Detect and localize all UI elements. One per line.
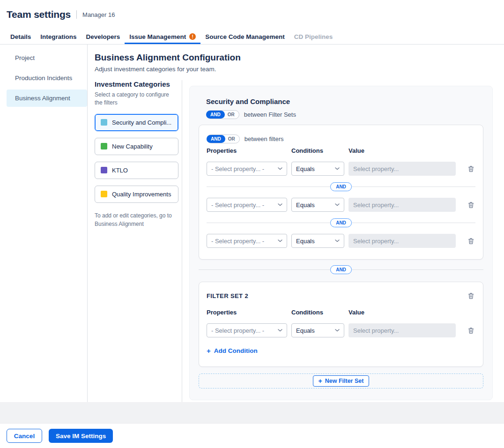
condition-select[interactable]: Equals [291, 323, 344, 337]
column-header-value: Value [348, 147, 456, 154]
filter-set-2-title: FILTER SET 2 [207, 292, 248, 299]
between-filters-label: between filters [245, 135, 284, 142]
cancel-button[interactable]: Cancel [7, 429, 42, 443]
filter-row: - Select property... - Equals [207, 198, 475, 212]
filter-config-column: Security and Compliance AND OR between F… [182, 80, 504, 402]
trash-icon [467, 165, 474, 172]
trash-icon [467, 327, 474, 334]
condition-select[interactable]: Equals [291, 198, 344, 212]
tab-label: Details [10, 33, 31, 40]
page-subtitle: Adjust investment categories for your te… [95, 66, 504, 73]
between-filter-sets-label: between Filter Sets [244, 111, 296, 118]
plus-icon: + [207, 347, 211, 355]
category-label: Security and Compli... [112, 119, 171, 126]
team-settings-page: Team settings Manager 16 Details Integra… [0, 0, 504, 448]
connector-line [207, 187, 330, 187]
trash-icon [467, 292, 474, 299]
property-select-value: - Select property... - [211, 327, 264, 334]
condition-select[interactable]: Equals [291, 234, 344, 248]
tab-label: Developers [86, 33, 120, 40]
trash-icon [467, 238, 474, 245]
category-quality-improvements[interactable]: Quality Improvements [95, 186, 178, 203]
column-headers: Properties Conditions Value [207, 147, 475, 154]
category-label: Quality Improvements [112, 191, 171, 198]
delete-condition-button[interactable] [467, 164, 475, 173]
sidebar-item-business-alignment[interactable]: Business Alignment [7, 90, 87, 107]
chevron-down-icon [335, 167, 340, 170]
condition-select-value: Equals [296, 165, 315, 172]
property-select[interactable]: - Select property... - [207, 234, 287, 248]
or-toggle-option[interactable]: OR [225, 135, 239, 143]
tab-developers[interactable]: Developers [82, 29, 125, 44]
new-filter-set-area: + New Filter Set [199, 373, 483, 388]
tab-details[interactable]: Details [6, 29, 36, 44]
property-select-value: - Select property... - [211, 165, 264, 172]
or-toggle-option[interactable]: OR [224, 111, 239, 119]
value-input[interactable] [348, 234, 456, 248]
team-name: Manager 16 [82, 11, 115, 18]
tab-label: Integrations [40, 33, 76, 40]
category-new-capability[interactable]: New Capability [95, 138, 178, 155]
delete-condition-button[interactable] [467, 201, 475, 209]
category-label: New Capability [112, 143, 153, 150]
tab-source-code-management[interactable]: Source Code Management [200, 29, 289, 44]
new-filter-set-button[interactable]: + New Filter Set [313, 375, 370, 387]
column-header-conditions: Conditions [291, 309, 344, 316]
main-body: Investment Categories Select a category … [95, 80, 504, 402]
column-header-properties: Properties [207, 147, 287, 154]
chevron-down-icon [278, 329, 282, 332]
categories-hint: Select a category to configure the filte… [95, 91, 170, 107]
categories-title: Investment Categories [95, 80, 178, 88]
tab-label: Source Code Management [205, 33, 285, 40]
connector-line [352, 187, 475, 187]
category-color-swatch [101, 119, 107, 126]
and-or-toggle: AND OR [206, 110, 239, 119]
new-filter-set-label: New Filter Set [325, 378, 364, 384]
value-input[interactable] [348, 323, 456, 337]
tab-integrations[interactable]: Integrations [36, 29, 81, 44]
column-header-value: Value [348, 309, 456, 316]
and-connector-pill: AND [330, 182, 352, 191]
add-condition-button[interactable]: + Add Condition [207, 347, 258, 355]
category-label: KTLO [112, 167, 128, 174]
chevron-down-icon [278, 239, 282, 242]
property-select[interactable]: - Select property... - [207, 162, 287, 176]
connector-line [199, 269, 330, 270]
sidebar-item-project[interactable]: Project [7, 49, 87, 67]
value-input[interactable] [348, 162, 456, 176]
and-toggle-option[interactable]: AND [206, 111, 225, 119]
condition-select-value: Equals [296, 238, 315, 245]
bottom-spacer [0, 402, 504, 423]
chevron-down-icon [278, 167, 282, 170]
chevron-down-icon [278, 203, 282, 206]
category-ktlo[interactable]: KTLO [95, 162, 178, 179]
page-title: Business Alignment Configuration [95, 52, 504, 63]
sidebar-item-production-incidents[interactable]: Production Incidents [7, 69, 87, 87]
condition-select[interactable]: Equals [291, 162, 344, 176]
app-title: Team settings [7, 9, 71, 20]
property-select[interactable]: - Select property... - [207, 323, 287, 337]
page-header: Team settings Manager 16 [0, 0, 504, 29]
and-toggle-option[interactable]: AND [207, 135, 225, 143]
property-select[interactable]: - Select property... - [207, 198, 287, 212]
and-connector-pill: AND [330, 218, 352, 227]
filter-row: - Select property... - Equals [207, 234, 475, 248]
property-select-value: - Select property... - [211, 238, 264, 245]
trash-icon [467, 202, 474, 209]
tab-issue-management[interactable]: Issue Management ! [125, 29, 200, 44]
column-header-conditions: Conditions [291, 147, 344, 154]
connector-line [207, 223, 330, 223]
column-headers: Properties Conditions Value [207, 309, 475, 316]
delete-condition-button[interactable] [467, 326, 475, 335]
category-security-and-compliance[interactable]: Security and Compli... [95, 114, 178, 131]
filter-set-1: AND OR between filters Properties Condit… [199, 125, 483, 260]
value-input[interactable] [348, 198, 456, 212]
delete-filter-set-button[interactable] [467, 291, 475, 300]
and-or-toggle: AND OR [207, 134, 240, 143]
filter-config-panel: Security and Compliance AND OR between F… [189, 86, 493, 400]
save-im-settings-button[interactable]: Save IM Settings [49, 429, 113, 443]
tab-bar: Details Integrations Developers Issue Ma… [0, 29, 504, 45]
filter-set-2: FILTER SET 2 Properties Conditions Value [199, 282, 483, 367]
footer-bar: Cancel Save IM Settings [0, 423, 504, 448]
delete-condition-button[interactable] [467, 237, 475, 246]
